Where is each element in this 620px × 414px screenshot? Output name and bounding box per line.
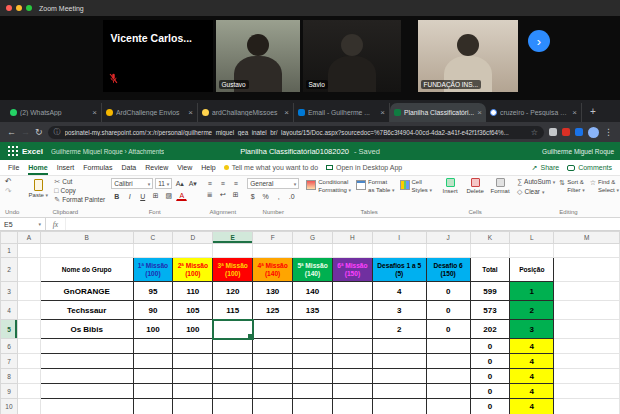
column-header-E[interactable]: E (213, 232, 253, 244)
column-header-D[interactable]: D (173, 232, 213, 244)
cell-F7[interactable] (253, 354, 293, 369)
cell-G1[interactable] (293, 244, 333, 258)
autosum-button[interactable]: ∑AutoSum ▾ (517, 178, 555, 185)
account-name[interactable]: Guilherme Miguel Roque (542, 148, 614, 155)
cell-E9[interactable] (213, 384, 253, 399)
document-title[interactable]: Planilha Classificatória01082020 (240, 147, 349, 156)
cell-J5[interactable]: 0 (426, 320, 470, 339)
formula-input[interactable] (66, 218, 620, 230)
cell-A2[interactable] (17, 258, 40, 282)
cell-F8[interactable] (253, 369, 293, 384)
cell-A7[interactable] (17, 354, 40, 369)
merge-center-icon[interactable]: ⊞ (230, 190, 241, 200)
cell-B2[interactable]: Nome do Grupo (40, 258, 133, 282)
cell-K8[interactable]: 0 (470, 369, 510, 384)
cell-M1[interactable] (554, 244, 620, 258)
cell-I2[interactable]: Desafios 1 a 5 (5) (372, 258, 426, 282)
row-header-4[interactable]: 4 (1, 301, 18, 320)
excel-logo[interactable]: Excel (22, 147, 43, 156)
cell-styles-button[interactable]: CellStyles ▾ (399, 178, 434, 195)
comments-button[interactable]: Comments (567, 164, 612, 171)
name-box[interactable]: E5 ▾ (0, 218, 46, 230)
cell-J6[interactable] (426, 339, 470, 354)
bold-icon[interactable]: B (111, 191, 122, 201)
tell-me-search[interactable]: Tell me what you want to do (224, 164, 318, 171)
open-in-desktop-button[interactable]: Open in Desktop App (326, 164, 402, 171)
cell-A5[interactable] (17, 320, 40, 339)
cell-D1[interactable] (173, 244, 213, 258)
reload-icon[interactable]: ↻ (35, 128, 43, 137)
bookmark-star-icon[interactable]: ☆ (531, 128, 538, 137)
cell-A9[interactable] (17, 384, 40, 399)
menu-view[interactable]: View (177, 160, 192, 175)
cell-K9[interactable]: 0 (470, 384, 510, 399)
cell-B4[interactable]: Techssaur (40, 301, 133, 320)
row-header-3[interactable]: 3 (1, 282, 18, 301)
window-minimize-icon[interactable] (16, 5, 22, 11)
cell-F5[interactable] (253, 320, 293, 339)
cell-M3[interactable] (554, 282, 620, 301)
cell-M7[interactable] (554, 354, 620, 369)
font-name-select[interactable]: Calibri▾ (111, 178, 153, 189)
cell-E6[interactable] (213, 339, 253, 354)
percent-icon[interactable]: % (260, 191, 271, 201)
cell-H10[interactable] (332, 399, 372, 414)
cell-E4[interactable]: 115 (213, 301, 253, 320)
cell-I4[interactable]: 3 (372, 301, 426, 320)
cell-B9[interactable] (40, 384, 133, 399)
tab-close-icon[interactable]: × (284, 108, 289, 117)
cell-M8[interactable] (554, 369, 620, 384)
font-size-select[interactable]: 11▾ (155, 178, 172, 189)
tab-close-icon[interactable]: × (477, 108, 482, 117)
cell-B6[interactable] (40, 339, 133, 354)
align-top-icon[interactable]: ≡ (204, 178, 215, 188)
share-button[interactable]: ↗ Share (532, 164, 560, 172)
menu-data[interactable]: Data (121, 160, 136, 175)
cell-C10[interactable] (133, 399, 173, 414)
grow-font-icon[interactable]: A▴ (174, 179, 185, 189)
cell-F6[interactable] (253, 339, 293, 354)
cell-E2[interactable]: 3ª Missão (100) (213, 258, 253, 282)
clear-button[interactable]: ◇Clear ▾ (517, 188, 555, 195)
wrap-text-icon[interactable]: ↩ (217, 190, 228, 200)
cell-E7[interactable] (213, 354, 253, 369)
browser-menu-icon[interactable]: ⋮ (604, 128, 613, 137)
menu-file[interactable]: File (8, 160, 19, 175)
column-header-A[interactable]: A (17, 232, 40, 244)
cell-C1[interactable] (133, 244, 173, 258)
cell-G7[interactable] (293, 354, 333, 369)
column-header-K[interactable]: K (470, 232, 510, 244)
cell-K2[interactable]: Total (470, 258, 510, 282)
select-all-corner[interactable] (1, 232, 18, 244)
cell-H5[interactable] (332, 320, 372, 339)
paste-button[interactable]: Paste ▾ (25, 178, 51, 198)
cell-F4[interactable]: 125 (253, 301, 293, 320)
undo-icon[interactable]: ↶ (5, 178, 12, 186)
cell-J4[interactable]: 0 (426, 301, 470, 320)
cell-I8[interactable] (372, 369, 426, 384)
cell-C6[interactable] (133, 339, 173, 354)
back-icon[interactable]: ← (7, 128, 16, 137)
cell-H6[interactable] (332, 339, 372, 354)
site-info-icon[interactable]: ⓘ (54, 127, 61, 137)
cell-L2[interactable]: Posição (510, 258, 554, 282)
cell-K3[interactable]: 599 (470, 282, 510, 301)
cell-I7[interactable] (372, 354, 426, 369)
cell-L9[interactable]: 4 (510, 384, 554, 399)
browser-tab[interactable]: (2) WhatsApp× (6, 103, 102, 122)
cell-D6[interactable] (173, 339, 213, 354)
cell-L5[interactable]: 3 (510, 320, 554, 339)
align-left-icon[interactable]: ≣ (204, 190, 215, 200)
cell-A10[interactable] (17, 399, 40, 414)
comma-icon[interactable]: , (273, 191, 284, 201)
browser-tab[interactable]: Planilha Classificatóri...× (390, 103, 486, 122)
fx-icon[interactable]: fx (46, 218, 66, 230)
redo-icon[interactable]: ↷ (5, 188, 12, 196)
cell-A3[interactable] (17, 282, 40, 301)
cell-D4[interactable]: 105 (173, 301, 213, 320)
column-header-J[interactable]: J (426, 232, 470, 244)
cell-C2[interactable]: 1ª Missão (100) (133, 258, 173, 282)
cell-I5[interactable]: 2 (372, 320, 426, 339)
underline-icon[interactable]: U (137, 191, 148, 201)
cell-L3[interactable]: 1 (510, 282, 554, 301)
